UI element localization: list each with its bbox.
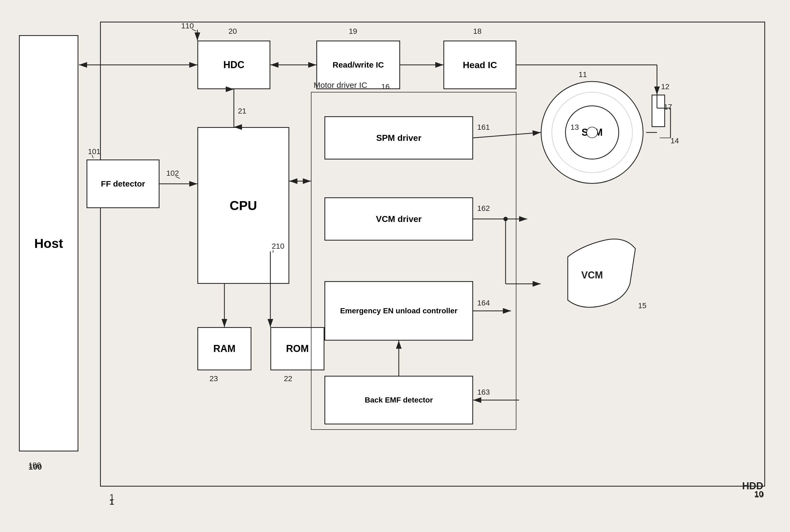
host-label: Host	[34, 236, 63, 251]
cpu-label: CPU	[229, 198, 257, 213]
spm-driver-label: SPM driver	[376, 133, 421, 143]
emergency-box: Emergency EN unload controller	[324, 281, 473, 341]
ref-1: 1	[110, 497, 114, 507]
back-emf-box: Back EMF detector	[324, 376, 473, 424]
ref-100: 100	[29, 462, 42, 472]
emergency-label: Emergency EN unload controller	[340, 307, 457, 315]
vcm-driver-box: VCM driver	[324, 197, 473, 241]
spm-circle-outer: SPM	[541, 81, 643, 184]
ram-box: RAM	[198, 327, 251, 370]
ff-detector-label: FF detector	[101, 179, 145, 188]
spm-circle-middle	[551, 92, 633, 173]
vcm-driver-label: VCM driver	[376, 214, 422, 224]
hdc-box: HDC	[198, 41, 270, 89]
spm-driver-box: SPM driver	[324, 116, 473, 159]
ff-detector-box: FF detector	[87, 159, 159, 208]
ram-label: RAM	[213, 343, 236, 355]
back-emf-label: Back EMF detector	[365, 396, 433, 404]
svg-text:101: 101	[88, 147, 100, 156]
ref-10: 10	[754, 489, 763, 498]
rom-label: ROM	[286, 343, 309, 355]
svg-line-47	[92, 155, 93, 158]
cpu-box: CPU	[198, 127, 289, 284]
head-ramp	[652, 95, 665, 127]
rw-ic-box: Read/write IC	[316, 41, 400, 89]
host-box: Host	[19, 35, 78, 452]
rw-ic-label: Read/write IC	[333, 60, 384, 70]
hdc-label: HDC	[223, 59, 244, 71]
head-ic-box: Head IC	[444, 41, 516, 89]
head-ic-label: Head IC	[463, 60, 497, 70]
diagram-container: Host FF detector HDC Read/write IC Head …	[14, 14, 776, 516]
